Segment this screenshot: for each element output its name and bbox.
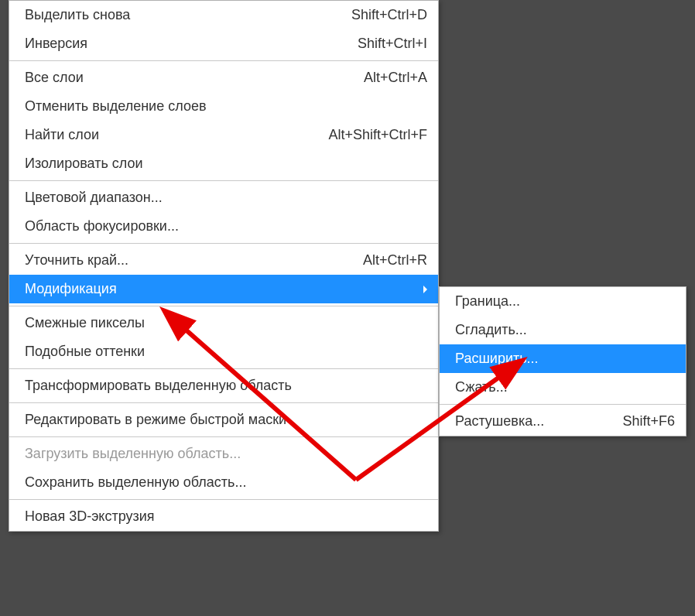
menu-separator [9, 306, 438, 306]
menu-label: Уточнить край... [25, 252, 348, 269]
menu-item-find-layers[interactable]: Найти слои Alt+Shift+Ctrl+F [9, 121, 438, 149]
menu-separator [9, 180, 438, 181]
menu-separator [9, 402, 438, 403]
menu-shortcut: Alt+Shift+Ctrl+F [328, 127, 427, 143]
submenu-item-feather[interactable]: Растушевка... Shift+F6 [440, 407, 686, 436]
menu-label: Расширить... [455, 351, 675, 367]
menu-label: Граница... [455, 293, 675, 310]
menu-shortcut: Shift+Ctrl+D [351, 7, 427, 23]
menu-item-all-layers[interactable]: Все слои Alt+Ctrl+A [9, 63, 438, 92]
menu-item-new-3d-extrusion[interactable]: Новая 3D-экструзия [9, 502, 438, 531]
menu-shortcut: Alt+Ctrl+R [363, 252, 427, 269]
menu-item-quick-mask[interactable]: Редактировать в режиме быстрой маски [9, 406, 438, 434]
menu-item-grow[interactable]: Смежные пикселы [9, 309, 438, 337]
menu-item-similar[interactable]: Подобные оттенки [9, 337, 438, 366]
menu-shortcut: Shift+Ctrl+I [358, 36, 427, 52]
menu-item-load-selection[interactable]: Загрузить выделенную область... [9, 440, 438, 468]
menu-label: Область фокусировки... [25, 218, 427, 234]
menu-label: Изолировать слои [25, 156, 427, 172]
menu-item-focus-area[interactable]: Область фокусировки... [9, 212, 438, 241]
menu-separator [9, 60, 438, 61]
menu-label: Загрузить выделенную область... [25, 446, 427, 462]
menu-item-inverse[interactable]: Инверсия Shift+Ctrl+I [9, 29, 438, 58]
menu-item-isolate-layers[interactable]: Изолировать слои [9, 149, 438, 178]
menu-label: Инверсия [25, 36, 342, 52]
menu-separator [440, 404, 686, 405]
menu-label: Растушевка... [455, 413, 607, 429]
menu-label: Модификация [25, 281, 417, 297]
menu-item-color-range[interactable]: Цветовой диапазон... [9, 183, 438, 212]
menu-label: Выделить снова [25, 7, 336, 23]
selection-menu: Выделить снова Shift+Ctrl+D Инверсия Shi… [9, 0, 439, 532]
menu-label: Подобные оттенки [25, 344, 427, 360]
menu-label: Найти слои [25, 127, 313, 143]
menu-label: Отменить выделение слоев [25, 98, 427, 115]
menu-label: Сохранить выделенную область... [25, 474, 427, 491]
menu-item-refine-edge[interactable]: Уточнить край... Alt+Ctrl+R [9, 246, 438, 275]
menu-separator [9, 499, 438, 500]
submenu-item-expand[interactable]: Расширить... [440, 344, 686, 373]
menu-shortcut: Shift+F6 [622, 413, 675, 429]
menu-label: Цветовой диапазон... [25, 190, 427, 206]
menu-label: Редактировать в режиме быстрой маски [25, 412, 427, 428]
submenu-item-border[interactable]: Граница... [440, 287, 686, 316]
menu-item-modify[interactable]: Модификация [9, 275, 438, 303]
menu-separator [9, 368, 438, 369]
menu-label: Сжать... [455, 379, 675, 395]
menu-label: Новая 3D-экструзия [25, 508, 427, 525]
modify-submenu: Граница... Сгладить... Расширить... Сжат… [439, 286, 686, 436]
submenu-item-contract[interactable]: Сжать... [440, 373, 686, 402]
menu-label: Трансформировать выделенную область [25, 378, 427, 394]
menu-item-transform-selection[interactable]: Трансформировать выделенную область [9, 371, 438, 400]
submenu-item-smooth[interactable]: Сгладить... [440, 316, 686, 344]
menu-separator [9, 243, 438, 244]
menu-label: Все слои [25, 70, 348, 86]
menu-item-deselect-layers[interactable]: Отменить выделение слоев [9, 92, 438, 121]
menu-shortcut: Alt+Ctrl+A [364, 70, 427, 86]
menu-label: Сгладить... [455, 322, 675, 338]
submenu-arrow-icon [423, 286, 427, 293]
menu-item-reselect[interactable]: Выделить снова Shift+Ctrl+D [9, 1, 438, 29]
menu-separator [9, 436, 438, 437]
menu-item-save-selection[interactable]: Сохранить выделенную область... [9, 468, 438, 497]
menu-label: Смежные пикселы [25, 315, 427, 331]
